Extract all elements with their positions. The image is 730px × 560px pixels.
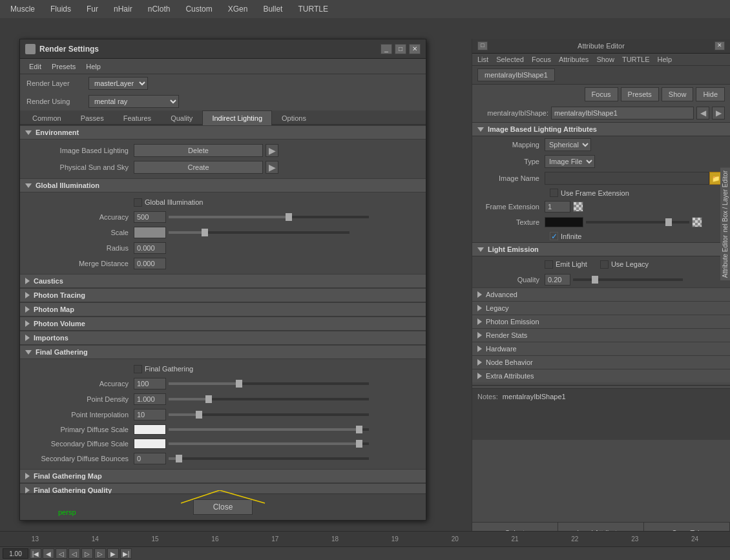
fg-point-density-track[interactable] xyxy=(169,398,369,400)
attr-menu-focus[interactable]: Focus xyxy=(532,56,551,63)
gi-accuracy-input[interactable] xyxy=(134,211,166,223)
menu-custom[interactable]: Custom xyxy=(178,2,220,16)
fg-primary-diffuse-color[interactable] xyxy=(134,424,166,435)
attribute-editor-label[interactable]: Attribute Editor xyxy=(720,233,730,280)
tl-btn-next[interactable]: ▶ xyxy=(107,548,119,559)
timeline-frame-input[interactable]: 1.00 xyxy=(3,548,28,559)
tl-btn-start[interactable]: |◀ xyxy=(30,548,41,559)
menu-ncloth[interactable]: nCloth xyxy=(140,2,178,16)
gi-radius-input[interactable] xyxy=(134,242,166,254)
fg-point-interp-input[interactable] xyxy=(134,409,166,420)
fg-accuracy-track[interactable] xyxy=(169,382,369,385)
ibl-frame-ext-input[interactable] xyxy=(545,201,570,213)
ibl-use-frame-checkbox[interactable] xyxy=(550,189,558,197)
attr-menu-turtle[interactable]: TURTLE xyxy=(622,56,650,63)
ibl-image-name-input[interactable] xyxy=(545,172,709,185)
extra-attributes-header[interactable]: Extra Attributes xyxy=(472,369,730,382)
menu-nhair[interactable]: nHair xyxy=(106,2,140,16)
image-lighting-delete-btn[interactable]: Delete xyxy=(134,144,263,157)
menu-fluids[interactable]: Fluids xyxy=(43,2,79,16)
node-behavior-header[interactable]: Node Behavior xyxy=(472,356,730,369)
global-illumination-section-header[interactable]: Global Illumination xyxy=(20,178,426,192)
fg-checkbox[interactable] xyxy=(134,365,142,373)
dialog-menu-presets[interactable]: Presets xyxy=(47,61,81,72)
final-gathering-section-header[interactable]: Final Gathering xyxy=(20,345,426,359)
tl-btn-step-back[interactable]: ◁ xyxy=(56,548,67,559)
attr-ctrl-left[interactable]: □ xyxy=(477,41,488,50)
quality-slider[interactable] xyxy=(573,278,683,281)
attr-menu-show[interactable]: Show xyxy=(596,56,614,63)
attr-focus-btn[interactable]: Focus xyxy=(585,87,618,101)
tl-btn-step-fwd[interactable]: ▷ xyxy=(94,548,106,559)
maximize-button[interactable]: □ xyxy=(395,44,406,54)
attr-shape-input[interactable] xyxy=(551,107,694,119)
tab-passes[interactable]: Passes xyxy=(71,110,114,125)
gi-checkbox[interactable] xyxy=(134,198,142,207)
tab-common[interactable]: Common xyxy=(23,110,71,125)
gi-accuracy-track[interactable] xyxy=(169,216,369,218)
attr-shape-icon-right[interactable]: ▶ xyxy=(712,107,725,119)
quality-input[interactable] xyxy=(545,274,570,285)
gi-scale-track[interactable] xyxy=(169,231,349,234)
environment-section-header[interactable]: Environment xyxy=(20,125,426,140)
ibl-infinite-checkbox[interactable]: ✓ xyxy=(550,232,558,240)
fg-point-interp-track[interactable] xyxy=(169,413,369,416)
menu-bullet[interactable]: Bullet xyxy=(255,2,290,16)
importons-section-header[interactable]: Importons xyxy=(20,331,426,345)
dialog-menu-help[interactable]: Help xyxy=(81,61,106,72)
tl-btn-play[interactable]: ▷ xyxy=(81,548,93,559)
fg-secondary-bounces-track[interactable] xyxy=(169,457,369,460)
light-emission-header[interactable]: Light Emission xyxy=(472,243,730,256)
gi-merge-input[interactable] xyxy=(134,258,166,269)
attr-presets-btn[interactable]: Presets xyxy=(621,87,659,101)
physical-sun-create-btn[interactable]: Create xyxy=(134,161,263,174)
fg-primary-diffuse-track[interactable] xyxy=(169,428,369,431)
hardware-header[interactable]: Hardware xyxy=(472,342,730,355)
menu-turtle[interactable]: TURTLE xyxy=(290,2,335,16)
attr-tab-shape[interactable]: mentalrayIblShape1 xyxy=(477,68,555,81)
attr-menu-help[interactable]: Help xyxy=(658,56,673,63)
tab-features[interactable]: Features xyxy=(114,110,161,125)
emit-light-checkbox[interactable] xyxy=(545,260,553,269)
attr-menu-list[interactable]: List xyxy=(477,56,488,63)
menu-fur[interactable]: Fur xyxy=(79,2,106,16)
minimize-button[interactable]: _ xyxy=(381,44,392,54)
photon-tracing-section-header[interactable]: Photon Tracing xyxy=(20,288,426,302)
close-button[interactable]: ✕ xyxy=(409,44,421,54)
attr-ctrl-right[interactable]: ✕ xyxy=(714,41,725,50)
ibl-texture-checker[interactable] xyxy=(692,217,702,227)
tl-btn-play-back[interactable]: ◁ xyxy=(68,548,80,559)
caustics-section-header[interactable]: Caustics xyxy=(20,274,426,288)
tab-options[interactable]: Options xyxy=(272,110,316,125)
tl-btn-end[interactable]: ▶| xyxy=(120,548,132,559)
attr-menu-attributes[interactable]: Attributes xyxy=(559,56,589,63)
tab-quality[interactable]: Quality xyxy=(161,110,202,125)
menu-xgen[interactable]: XGen xyxy=(220,2,256,16)
dialog-menu-edit[interactable]: Edit xyxy=(24,61,47,72)
attr-shape-icon-left[interactable]: ◀ xyxy=(696,107,709,119)
menu-muscle[interactable]: Muscle xyxy=(3,2,43,16)
tl-btn-prev[interactable]: ◀ xyxy=(43,548,54,559)
fg-accuracy-input[interactable] xyxy=(134,378,166,389)
fg-secondary-diffuse-track[interactable] xyxy=(169,442,369,445)
gi-scale-color[interactable] xyxy=(134,227,166,238)
attr-show-btn[interactable]: Show xyxy=(662,87,694,101)
ibl-section-header[interactable]: Image Based Lighting Attributes xyxy=(472,123,730,136)
attr-menu-selected[interactable]: Selected xyxy=(496,56,524,63)
render-using-dropdown[interactable]: mental ray xyxy=(89,95,179,108)
physical-sun-icon-btn[interactable]: ▶ xyxy=(266,161,278,174)
fg-point-density-input[interactable] xyxy=(134,393,166,405)
fg-secondary-diffuse-color[interactable] xyxy=(134,439,166,449)
photon-emission-header[interactable]: Photon Emission xyxy=(472,315,730,328)
tab-indirect-lighting[interactable]: Indirect Lighting xyxy=(202,110,272,125)
fg-map-section-header[interactable]: Final Gathering Map xyxy=(20,469,426,483)
ibl-mapping-dropdown[interactable]: Spherical xyxy=(545,138,591,151)
ibl-texture-color[interactable] xyxy=(545,217,583,227)
image-lighting-icon-btn[interactable]: ▶ xyxy=(266,144,278,157)
attr-hide-btn[interactable]: Hide xyxy=(696,87,725,101)
render-layer-dropdown[interactable]: masterLayer xyxy=(89,77,148,90)
photon-volume-section-header[interactable]: Photon Volume xyxy=(20,316,426,331)
fg-secondary-bounces-input[interactable] xyxy=(134,453,166,464)
ibl-type-dropdown[interactable]: Image File xyxy=(545,155,595,168)
advanced-header[interactable]: Advanced xyxy=(472,288,730,301)
